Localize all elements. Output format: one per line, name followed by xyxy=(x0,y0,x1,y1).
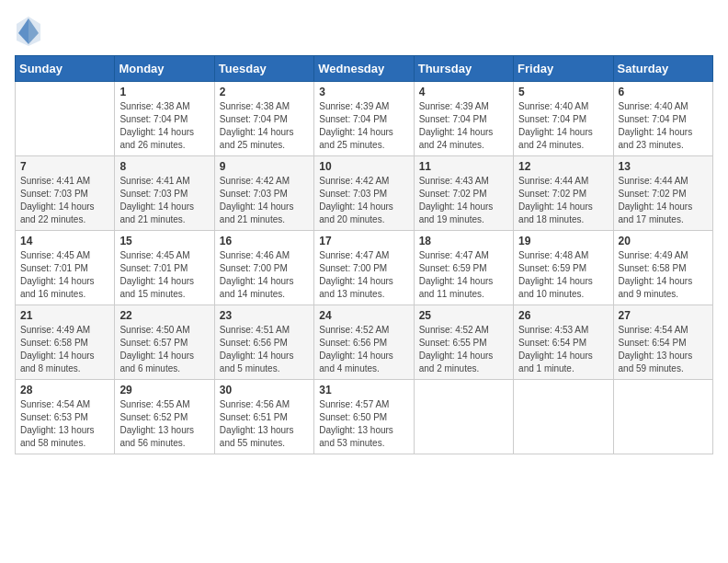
day-detail: Sunrise: 4:53 AM Sunset: 6:54 PM Dayligh… xyxy=(518,324,608,375)
day-number: 16 xyxy=(220,235,309,247)
calendar-cell: 15Sunrise: 4:45 AM Sunset: 7:01 PM Dayli… xyxy=(115,231,214,305)
calendar-cell: 21Sunrise: 4:49 AM Sunset: 6:58 PM Dayli… xyxy=(16,305,115,380)
day-detail: Sunrise: 4:52 AM Sunset: 6:56 PM Dayligh… xyxy=(319,324,408,375)
calendar-cell: 31Sunrise: 4:57 AM Sunset: 6:50 PM Dayli… xyxy=(314,380,414,454)
day-number: 19 xyxy=(518,235,608,247)
day-number: 5 xyxy=(518,86,608,98)
day-number: 27 xyxy=(619,309,708,322)
calendar-cell: 14Sunrise: 4:45 AM Sunset: 7:01 PM Dayli… xyxy=(16,231,115,305)
calendar-cell xyxy=(414,380,513,454)
day-detail: Sunrise: 4:39 AM Sunset: 7:04 PM Dayligh… xyxy=(419,100,508,152)
day-detail: Sunrise: 4:54 AM Sunset: 6:54 PM Dayligh… xyxy=(619,324,708,375)
calendar-cell: 10Sunrise: 4:42 AM Sunset: 7:03 PM Dayli… xyxy=(314,156,414,231)
calendar-cell xyxy=(514,380,613,454)
logo xyxy=(15,15,46,48)
weekday-header: Tuesday xyxy=(214,56,313,82)
calendar-cell xyxy=(613,380,712,454)
day-detail: Sunrise: 4:42 AM Sunset: 7:03 PM Dayligh… xyxy=(220,175,309,226)
day-number: 9 xyxy=(220,160,309,173)
day-number: 29 xyxy=(119,384,209,396)
day-number: 18 xyxy=(419,235,508,247)
calendar-cell: 26Sunrise: 4:53 AM Sunset: 6:54 PM Dayli… xyxy=(514,305,613,380)
day-detail: Sunrise: 4:45 AM Sunset: 7:01 PM Dayligh… xyxy=(119,249,209,301)
day-detail: Sunrise: 4:49 AM Sunset: 6:58 PM Dayligh… xyxy=(619,249,708,301)
calendar-week-row: 14Sunrise: 4:45 AM Sunset: 7:01 PM Dayli… xyxy=(16,231,713,305)
day-detail: Sunrise: 4:44 AM Sunset: 7:02 PM Dayligh… xyxy=(619,175,708,226)
day-number: 17 xyxy=(319,235,408,247)
day-number: 6 xyxy=(619,86,708,98)
calendar-cell: 1Sunrise: 4:38 AM Sunset: 7:04 PM Daylig… xyxy=(115,82,214,156)
calendar-cell: 9Sunrise: 4:42 AM Sunset: 7:03 PM Daylig… xyxy=(214,156,313,231)
day-detail: Sunrise: 4:41 AM Sunset: 7:03 PM Dayligh… xyxy=(20,175,109,226)
day-number: 15 xyxy=(119,235,209,247)
calendar-header-row: SundayMondayTuesdayWednesdayThursdayFrid… xyxy=(16,56,713,82)
day-number: 13 xyxy=(619,160,708,173)
calendar-table: SundayMondayTuesdayWednesdayThursdayFrid… xyxy=(15,55,713,454)
day-number: 7 xyxy=(20,160,109,173)
day-number: 31 xyxy=(319,384,408,396)
day-detail: Sunrise: 4:52 AM Sunset: 6:55 PM Dayligh… xyxy=(419,324,508,375)
calendar-week-row: 1Sunrise: 4:38 AM Sunset: 7:04 PM Daylig… xyxy=(16,82,713,156)
calendar-cell: 13Sunrise: 4:44 AM Sunset: 7:02 PM Dayli… xyxy=(613,156,712,231)
calendar-cell: 25Sunrise: 4:52 AM Sunset: 6:55 PM Dayli… xyxy=(414,305,513,380)
calendar-cell: 20Sunrise: 4:49 AM Sunset: 6:58 PM Dayli… xyxy=(613,231,712,305)
calendar-cell: 27Sunrise: 4:54 AM Sunset: 6:54 PM Dayli… xyxy=(613,305,712,380)
day-detail: Sunrise: 4:50 AM Sunset: 6:57 PM Dayligh… xyxy=(119,324,209,375)
day-detail: Sunrise: 4:48 AM Sunset: 6:59 PM Dayligh… xyxy=(518,249,608,301)
day-detail: Sunrise: 4:47 AM Sunset: 7:00 PM Dayligh… xyxy=(319,249,408,301)
calendar-cell: 5Sunrise: 4:40 AM Sunset: 7:04 PM Daylig… xyxy=(514,82,613,156)
day-number: 23 xyxy=(220,309,309,322)
calendar-cell: 18Sunrise: 4:47 AM Sunset: 6:59 PM Dayli… xyxy=(414,231,513,305)
calendar-cell: 11Sunrise: 4:43 AM Sunset: 7:02 PM Dayli… xyxy=(414,156,513,231)
calendar-cell: 23Sunrise: 4:51 AM Sunset: 6:56 PM Dayli… xyxy=(214,305,313,380)
calendar-cell: 29Sunrise: 4:55 AM Sunset: 6:52 PM Dayli… xyxy=(115,380,214,454)
calendar-cell: 17Sunrise: 4:47 AM Sunset: 7:00 PM Dayli… xyxy=(314,231,414,305)
calendar-cell: 6Sunrise: 4:40 AM Sunset: 7:04 PM Daylig… xyxy=(613,82,712,156)
day-number: 24 xyxy=(319,309,408,322)
day-detail: Sunrise: 4:47 AM Sunset: 6:59 PM Dayligh… xyxy=(419,249,508,301)
calendar-cell: 8Sunrise: 4:41 AM Sunset: 7:03 PM Daylig… xyxy=(115,156,214,231)
day-detail: Sunrise: 4:38 AM Sunset: 7:04 PM Dayligh… xyxy=(220,100,309,152)
day-number: 25 xyxy=(419,309,508,322)
day-number: 2 xyxy=(220,86,309,98)
calendar-cell: 30Sunrise: 4:56 AM Sunset: 6:51 PM Dayli… xyxy=(214,380,313,454)
day-number: 3 xyxy=(319,86,408,98)
day-detail: Sunrise: 4:57 AM Sunset: 6:50 PM Dayligh… xyxy=(319,398,408,450)
day-number: 11 xyxy=(419,160,508,173)
day-detail: Sunrise: 4:40 AM Sunset: 7:04 PM Dayligh… xyxy=(518,100,608,152)
calendar-cell: 12Sunrise: 4:44 AM Sunset: 7:02 PM Dayli… xyxy=(514,156,613,231)
weekday-header: Saturday xyxy=(613,56,712,82)
day-number: 8 xyxy=(119,160,209,173)
day-number: 1 xyxy=(119,86,209,98)
day-number: 20 xyxy=(619,235,708,247)
calendar-cell: 2Sunrise: 4:38 AM Sunset: 7:04 PM Daylig… xyxy=(214,82,313,156)
day-detail: Sunrise: 4:49 AM Sunset: 6:58 PM Dayligh… xyxy=(20,324,109,375)
day-detail: Sunrise: 4:55 AM Sunset: 6:52 PM Dayligh… xyxy=(119,398,209,450)
day-number: 12 xyxy=(518,160,608,173)
day-detail: Sunrise: 4:56 AM Sunset: 6:51 PM Dayligh… xyxy=(220,398,309,450)
day-number: 30 xyxy=(220,384,309,396)
day-detail: Sunrise: 4:38 AM Sunset: 7:04 PM Dayligh… xyxy=(119,100,209,152)
weekday-header: Monday xyxy=(115,56,214,82)
calendar-cell xyxy=(16,82,115,156)
day-detail: Sunrise: 4:54 AM Sunset: 6:53 PM Dayligh… xyxy=(20,398,109,450)
calendar-week-row: 21Sunrise: 4:49 AM Sunset: 6:58 PM Dayli… xyxy=(16,305,713,380)
day-detail: Sunrise: 4:42 AM Sunset: 7:03 PM Dayligh… xyxy=(319,175,408,226)
calendar-week-row: 28Sunrise: 4:54 AM Sunset: 6:53 PM Dayli… xyxy=(16,380,713,454)
weekday-header: Friday xyxy=(514,56,613,82)
day-detail: Sunrise: 4:44 AM Sunset: 7:02 PM Dayligh… xyxy=(518,175,608,226)
day-detail: Sunrise: 4:39 AM Sunset: 7:04 PM Dayligh… xyxy=(319,100,408,152)
day-detail: Sunrise: 4:43 AM Sunset: 7:02 PM Dayligh… xyxy=(419,175,508,226)
day-number: 26 xyxy=(518,309,608,322)
day-detail: Sunrise: 4:40 AM Sunset: 7:04 PM Dayligh… xyxy=(619,100,708,152)
page-header xyxy=(15,15,713,48)
day-number: 21 xyxy=(20,309,109,322)
calendar-cell: 3Sunrise: 4:39 AM Sunset: 7:04 PM Daylig… xyxy=(314,82,414,156)
calendar-cell: 22Sunrise: 4:50 AM Sunset: 6:57 PM Dayli… xyxy=(115,305,214,380)
calendar-cell: 4Sunrise: 4:39 AM Sunset: 7:04 PM Daylig… xyxy=(414,82,513,156)
day-detail: Sunrise: 4:45 AM Sunset: 7:01 PM Dayligh… xyxy=(20,249,109,301)
calendar-cell: 7Sunrise: 4:41 AM Sunset: 7:03 PM Daylig… xyxy=(16,156,115,231)
day-number: 22 xyxy=(119,309,209,322)
day-detail: Sunrise: 4:46 AM Sunset: 7:00 PM Dayligh… xyxy=(220,249,309,301)
calendar-cell: 19Sunrise: 4:48 AM Sunset: 6:59 PM Dayli… xyxy=(514,231,613,305)
